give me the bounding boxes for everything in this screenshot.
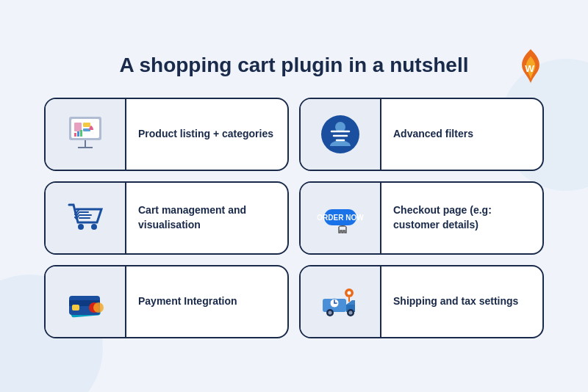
svg-text:W: W xyxy=(525,63,534,74)
svg-point-31 xyxy=(329,311,332,315)
product-listing-icon xyxy=(62,111,109,158)
card-checkout-page: ORDER NOW Checkout page (e.g: customer d… xyxy=(299,181,544,255)
card-text-shipping-tax: Shipping and tax settings xyxy=(381,287,542,316)
card-text-product-listing: Product listing + categories xyxy=(126,120,287,149)
logo-icon: W xyxy=(517,48,544,84)
svg-point-17 xyxy=(91,224,97,230)
svg-text:ORDER NOW: ORDER NOW xyxy=(317,214,364,222)
card-text-payment-integration: Payment Integration xyxy=(126,287,287,316)
shipping-icon xyxy=(317,278,364,325)
features-grid: Product listing + categories Advanced fi… xyxy=(44,98,544,338)
svg-rect-6 xyxy=(83,123,90,127)
checkout-icon: ORDER NOW xyxy=(317,195,364,242)
card-icon-cart-management xyxy=(46,183,126,253)
card-icon-payment xyxy=(46,266,126,337)
advanced-filters-icon xyxy=(317,111,364,158)
page-title: A shopping cart plugin in a nutshell xyxy=(120,54,469,77)
svg-rect-9 xyxy=(77,131,79,137)
card-icon-advanced-filters xyxy=(301,99,381,170)
card-shipping-tax: Shipping and tax settings xyxy=(299,265,544,338)
svg-rect-10 xyxy=(80,130,82,137)
svg-point-11 xyxy=(321,115,359,153)
card-product-listing: Product listing + categories xyxy=(44,98,289,171)
header: A shopping cart plugin in a nutshell W xyxy=(44,54,544,77)
payment-icon xyxy=(62,278,109,325)
card-text-advanced-filters: Advanced filters xyxy=(381,120,542,149)
svg-rect-26 xyxy=(72,305,79,311)
card-advanced-filters: Advanced filters xyxy=(299,98,544,171)
card-payment-integration: Payment Integration xyxy=(44,265,289,338)
cart-management-icon xyxy=(62,195,109,242)
card-icon-checkout: ORDER NOW xyxy=(301,183,381,253)
svg-point-36 xyxy=(348,291,351,295)
card-icon-shipping xyxy=(301,266,381,337)
svg-rect-8 xyxy=(74,133,76,137)
svg-point-16 xyxy=(78,224,84,230)
svg-point-33 xyxy=(349,311,353,315)
card-text-cart-management: Cart management and visualisation xyxy=(126,196,287,239)
card-cart-management: Cart management and visualisation xyxy=(44,181,289,255)
card-text-checkout-page: Checkout page (e.g: customer details) xyxy=(381,196,542,239)
card-icon-product-listing xyxy=(46,99,126,170)
svg-point-28 xyxy=(93,302,104,313)
main-container: A shopping cart plugin in a nutshell W xyxy=(22,39,566,353)
